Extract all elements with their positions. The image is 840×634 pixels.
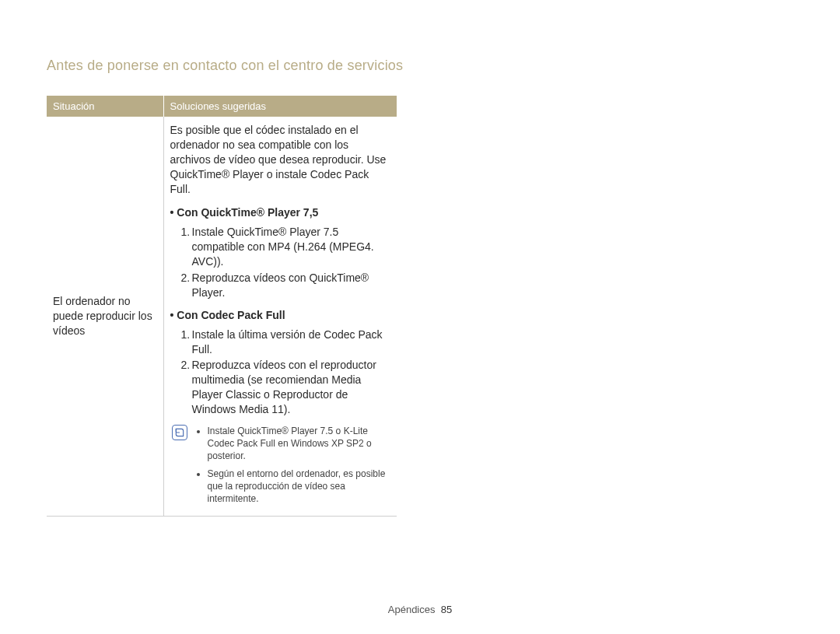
solution-block: Es posible que el códec instalado en el … — [170, 123, 391, 510]
document-page: Antes de ponerse en contacto con el cent… — [0, 0, 840, 634]
note-row: Instale QuickTime® Player 7.5 o K-Lite C… — [170, 425, 391, 510]
troubleshooting-table: Situación Soluciones sugeridas El ordena… — [47, 96, 397, 517]
page-footer: Apéndices 85 — [0, 604, 840, 615]
list-number: 1. — [181, 328, 191, 342]
note-icon — [172, 425, 187, 440]
list-text: Reproduzca vídeos con el reproductor mul… — [192, 359, 376, 415]
list-number: 2. — [181, 271, 191, 285]
header-situation: Situación — [47, 96, 163, 117]
list-text: Reproduzca vídeos con QuickTime® Player. — [192, 271, 369, 299]
list-item: 2.Reproduzca vídeos con QuickTime® Playe… — [181, 271, 391, 300]
note-item: Instale QuickTime® Player 7.5 o K-Lite C… — [208, 425, 391, 463]
list-number: 1. — [181, 225, 191, 240]
list-item: 1.Instale QuickTime® Player 7.5 compatib… — [181, 225, 391, 269]
section1-heading: • Con QuickTime® Player 7,5 — [170, 205, 391, 220]
list-item: 2.Reproduzca vídeos con el reproductor m… — [181, 358, 391, 417]
cell-situation: El ordenador no puede reproducir los víd… — [47, 117, 163, 517]
list-number: 2. — [181, 358, 191, 373]
section2-list: 1.Instale la última versión de Codec Pac… — [170, 328, 391, 417]
cell-solution: Es posible que el códec instalado en el … — [163, 117, 397, 517]
list-text: Instale la última versión de Codec Pack … — [192, 328, 383, 356]
note-item: Según el entorno del ordenador, es posib… — [208, 468, 391, 506]
page-title: Antes de ponerse en contacto con el cent… — [47, 58, 793, 74]
note-list: Instale QuickTime® Player 7.5 o K-Lite C… — [195, 425, 391, 510]
section2-heading: • Con Codec Pack Full — [170, 308, 391, 323]
list-text: Instale QuickTime® Player 7.5 compatible… — [192, 226, 374, 268]
table-header-row: Situación Soluciones sugeridas — [47, 96, 397, 117]
list-item: 1.Instale la última versión de Codec Pac… — [181, 328, 391, 357]
header-solution: Soluciones sugeridas — [163, 96, 397, 117]
footer-page-number: 85 — [441, 604, 452, 615]
section1-list: 1.Instale QuickTime® Player 7.5 compatib… — [170, 225, 391, 299]
table-row: El ordenador no puede reproducir los víd… — [47, 117, 397, 517]
solution-intro: Es posible que el códec instalado en el … — [170, 123, 391, 196]
footer-section: Apéndices — [388, 604, 436, 615]
